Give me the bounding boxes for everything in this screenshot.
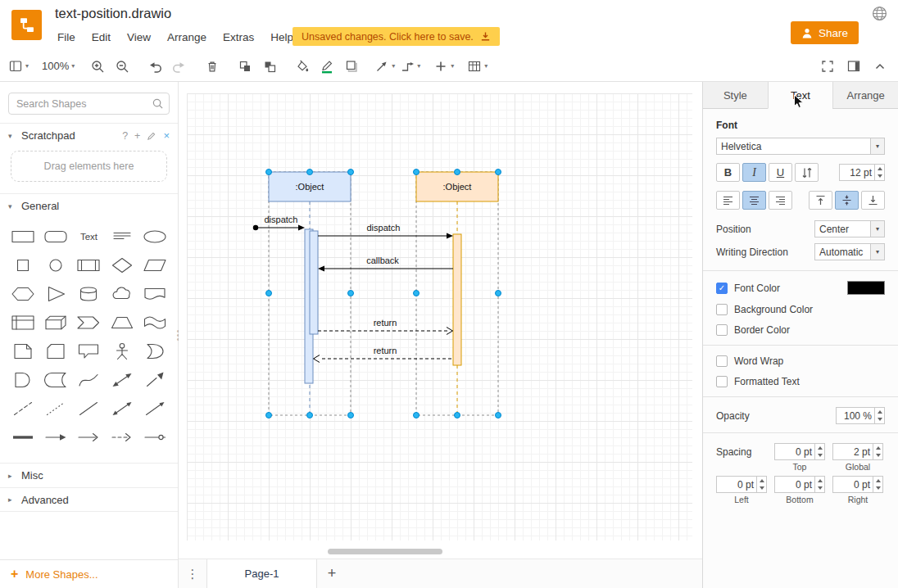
spacing-right-input[interactable]: 0 pt <box>832 476 883 493</box>
shape-step[interactable] <box>72 309 105 337</box>
selection-handle[interactable] <box>496 413 501 418</box>
shape-circle[interactable] <box>39 251 72 279</box>
spacing-left-stepper[interactable] <box>756 477 766 492</box>
shape-tape[interactable] <box>138 309 171 337</box>
shape-hexagon[interactable] <box>7 280 39 308</box>
selection-handle[interactable] <box>496 291 501 296</box>
scratchpad-close-icon[interactable]: × <box>163 129 170 142</box>
pages-menu-button[interactable]: ⋮ <box>179 567 206 581</box>
line-color-button[interactable] <box>317 55 337 78</box>
drawing-canvas[interactable]: :Object :Object dispatch dispatch <box>179 82 702 559</box>
valign-bottom-button[interactable] <box>861 191 885 210</box>
tab-arrange[interactable]: Arrange <box>832 82 898 109</box>
scratchpad-dropzone[interactable]: Drag elements here <box>11 151 167 182</box>
font-size-stepper[interactable] <box>874 165 884 180</box>
shape-circle-connector[interactable] <box>138 423 171 451</box>
tab-style[interactable]: Style <box>703 82 768 109</box>
message-callback[interactable]: callback <box>318 256 453 272</box>
collapse-toolbar-button[interactable] <box>870 55 890 78</box>
shape-arrow-connector[interactable] <box>39 423 72 451</box>
selection-handle[interactable] <box>414 170 420 175</box>
underline-button[interactable]: U <box>769 163 792 182</box>
misc-section-header[interactable]: ▸ Misc <box>0 463 178 487</box>
shape-trapezoid[interactable] <box>106 309 138 337</box>
zoom-in-button[interactable] <box>88 55 107 78</box>
shape-square[interactable] <box>7 251 39 279</box>
selection-handle[interactable] <box>414 291 420 296</box>
shadow-button[interactable] <box>342 55 361 78</box>
to-front-button[interactable] <box>235 55 255 78</box>
waypoint-style-button[interactable]: ▾ <box>400 55 420 78</box>
spacing-global-input[interactable]: 2 pt <box>832 443 883 460</box>
undo-button[interactable] <box>145 55 165 78</box>
selection-handle[interactable] <box>496 170 501 175</box>
position-select[interactable]: Center ▾ <box>814 220 885 237</box>
shape-process[interactable] <box>72 251 105 279</box>
shape-rectangle[interactable] <box>7 223 39 251</box>
selection-handle[interactable] <box>266 413 272 418</box>
valign-top-button[interactable] <box>809 191 832 210</box>
unsaved-changes-banner[interactable]: Unsaved changes. Click here to save. <box>293 27 500 46</box>
selection-handle[interactable] <box>348 291 354 296</box>
message-return-2[interactable]: return <box>314 346 452 363</box>
scratchpad-edit-icon[interactable] <box>147 131 156 141</box>
connection-style-button[interactable]: ▾ <box>374 55 395 78</box>
formatted-text-checkbox[interactable] <box>716 376 728 387</box>
shape-and[interactable] <box>7 366 39 394</box>
selection-handle[interactable] <box>348 170 354 175</box>
shape-callout[interactable] <box>72 337 105 365</box>
lifeline-left-header[interactable]: :Object <box>269 172 351 201</box>
delete-button[interactable] <box>202 55 222 78</box>
shape-document[interactable] <box>138 280 171 308</box>
shape-textbox[interactable] <box>106 223 138 251</box>
view-button[interactable]: ▾ <box>8 55 29 78</box>
selection-handle[interactable] <box>266 291 272 296</box>
shape-dotted-line[interactable] <box>39 395 72 423</box>
spacing-left-input[interactable]: 0 pt <box>716 476 767 493</box>
more-shapes-button[interactable]: + More Shapes... <box>0 559 178 588</box>
search-shapes-input[interactable] <box>8 93 170 115</box>
shape-triangle[interactable] <box>39 280 72 308</box>
document-title[interactable]: text-position.drawio <box>55 6 171 21</box>
align-left-button[interactable] <box>716 191 740 210</box>
font-color-swatch[interactable] <box>847 281 885 295</box>
shape-actor[interactable] <box>106 337 138 365</box>
menu-extras[interactable]: Extras <box>215 29 262 45</box>
align-right-button[interactable] <box>769 191 792 210</box>
spacing-right-stepper[interactable] <box>873 477 882 492</box>
shape-rounded-rectangle[interactable] <box>39 223 72 251</box>
activation-bar[interactable] <box>310 231 318 334</box>
drawio-logo-icon[interactable] <box>11 10 42 40</box>
spacing-global-stepper[interactable] <box>873 444 882 459</box>
menu-edit[interactable]: Edit <box>84 29 119 45</box>
menu-arrange[interactable]: Arrange <box>159 29 215 45</box>
shape-text[interactable]: Text <box>72 223 105 251</box>
share-button[interactable]: Share <box>791 21 859 44</box>
valign-middle-button[interactable] <box>835 191 859 210</box>
insert-button[interactable]: ▾ <box>433 55 454 78</box>
shape-diamond[interactable] <box>106 251 138 279</box>
shape-link[interactable] <box>7 423 39 451</box>
zoom-select[interactable]: 100%▾ <box>42 55 75 78</box>
shape-cube[interactable] <box>39 309 72 337</box>
spacing-bottom-input[interactable]: 0 pt <box>774 476 825 493</box>
font-family-select[interactable]: Helvetica ▾ <box>716 138 885 155</box>
writing-direction-select[interactable]: Automatic ▾ <box>814 243 885 260</box>
selection-handle[interactable] <box>455 170 460 175</box>
zoom-out-button[interactable] <box>112 55 132 78</box>
shape-dashed-line[interactable] <box>7 395 39 423</box>
message-dispatch-2[interactable]: dispatch <box>318 223 453 239</box>
menu-file[interactable]: File <box>49 29 84 45</box>
menu-view[interactable]: View <box>119 29 159 45</box>
shape-bidirectional-connector[interactable] <box>106 395 138 423</box>
message-return-1[interactable]: return <box>318 318 453 335</box>
shape-dashed-arrow[interactable] <box>106 423 138 451</box>
align-center-button[interactable] <box>742 191 766 210</box>
selection-handle[interactable] <box>307 170 313 175</box>
word-wrap-checkbox[interactable] <box>716 355 728 367</box>
fullscreen-button[interactable] <box>818 55 837 78</box>
shape-bidirectional-arrow[interactable] <box>106 366 138 394</box>
opacity-stepper[interactable] <box>874 408 884 423</box>
shape-note[interactable] <box>7 337 39 365</box>
shape-simple-arrow[interactable] <box>72 423 105 451</box>
